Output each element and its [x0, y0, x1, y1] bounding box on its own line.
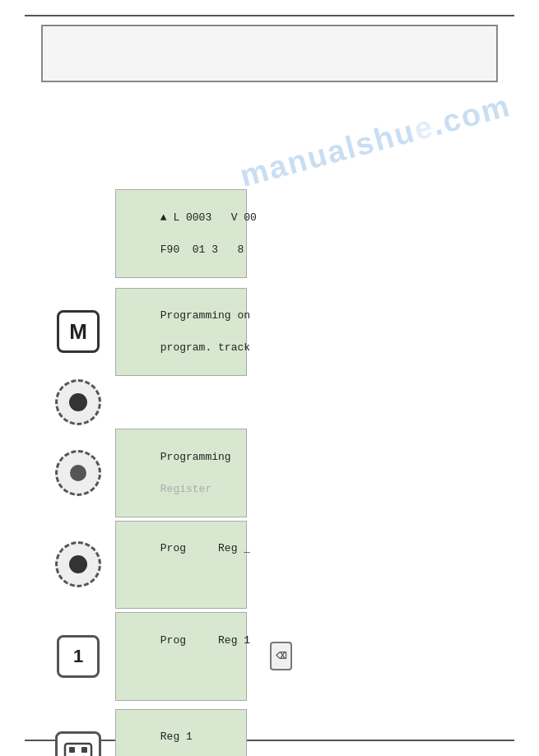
icon-spacer-dot1 [49, 379, 107, 425]
m-button[interactable]: M [57, 310, 100, 353]
step-row-lcd1: ▲ L 0003 V 00 F90 01 3 8 [49, 189, 292, 278]
lcd6-line1: Reg 1 [160, 730, 193, 743]
lcd-screen-5: Prog Reg 1 [115, 612, 247, 701]
lcd3-line1: Programming [160, 451, 231, 463]
lcd5-line1: Prog Reg 1 [160, 634, 250, 647]
step-row-rotary1: Programming Register [49, 429, 292, 517]
svg-rect-0 [65, 744, 91, 756]
solid-button-2[interactable] [55, 541, 101, 587]
lcd-screen-2: Programming on program. track [115, 288, 247, 377]
lcd-screen-1: ▲ L 0003 V 00 F90 01 3 8 [115, 189, 247, 278]
number-button-1[interactable]: 1 [57, 635, 100, 678]
step-row-dot1 [49, 379, 292, 425]
lcd3-line2: Register [160, 483, 211, 495]
icon-spacer-dot2 [49, 541, 107, 587]
lcd1-line1: ▲ L 0003 V 00 [160, 211, 257, 224]
icon-spacer-num1: 1 [49, 635, 107, 678]
icon-spacer-rotary1 [49, 450, 107, 496]
lcd1-line2: F90 01 3 8 [160, 243, 244, 256]
solid-button-2-inner [69, 555, 87, 573]
step-row-num1: 1 Prog Reg 1 ⌫ [49, 612, 292, 701]
lcd2-line2: program. track [160, 341, 250, 354]
step-row-loco: Reg 1 reading... [49, 709, 292, 757]
icon-spacer-loco [49, 731, 107, 756]
lcd-screen-4: Prog Reg _ [115, 521, 247, 610]
lcd-screen-6: Reg 1 reading... [115, 709, 247, 757]
loco-button[interactable] [55, 731, 101, 756]
rotary-knob-1-inner [70, 465, 86, 481]
lcd4-line1: Prog Reg _ [160, 542, 250, 554]
svg-rect-2 [81, 747, 87, 753]
backspace-icon-container: ⌫ [270, 642, 292, 670]
icon-spacer-m: M [49, 310, 107, 353]
number-button-1-label: 1 [73, 646, 83, 667]
m-button-label: M [69, 319, 87, 345]
solid-button-1-inner [69, 393, 87, 411]
solid-button-1[interactable] [55, 379, 101, 425]
step-row-m: M Programming on program. track [49, 288, 292, 377]
lcd2-line1: Programming on [160, 309, 250, 322]
train-icon [63, 740, 93, 756]
top-border [25, 15, 514, 16]
watermark: manualshue.com [236, 88, 514, 194]
top-display-box [41, 25, 498, 82]
svg-rect-1 [69, 747, 75, 753]
rotary-knob-1[interactable] [55, 450, 101, 496]
step-row-dot2: Prog Reg _ [49, 521, 292, 610]
steps-container: ▲ L 0003 V 00 F90 01 3 8 M Programming o… [49, 189, 292, 756]
backspace-icon[interactable]: ⌫ [270, 642, 292, 670]
lcd-screen-3: Programming Register [115, 429, 247, 517]
